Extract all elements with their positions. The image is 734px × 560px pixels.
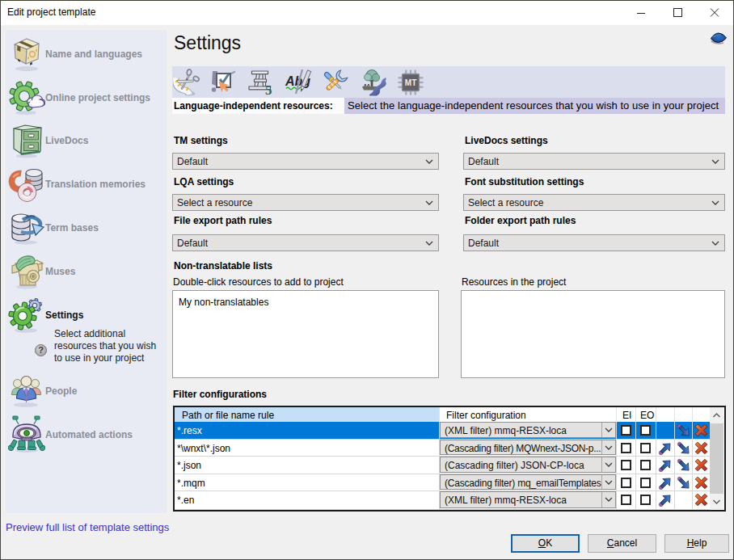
svg-text:MT: MT: [405, 78, 416, 87]
svg-text:5: 5: [265, 82, 272, 97]
